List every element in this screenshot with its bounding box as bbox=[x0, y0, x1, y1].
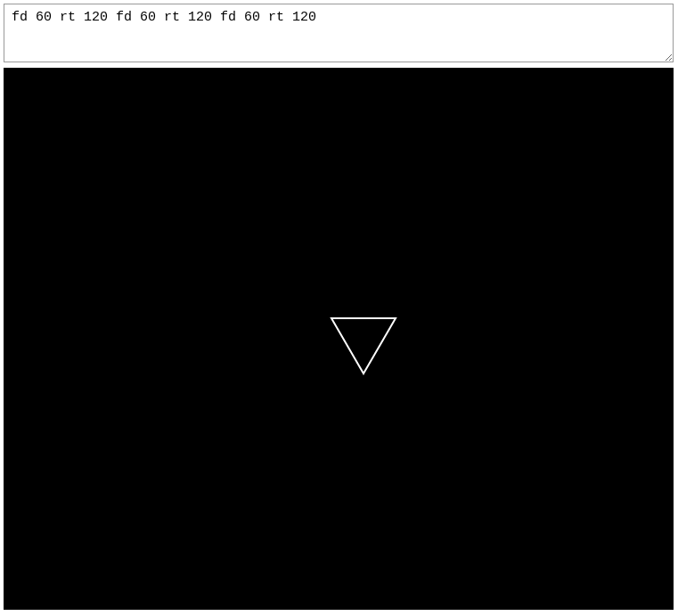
drawn-triangle bbox=[331, 318, 396, 374]
turtle-canvas bbox=[4, 68, 674, 610]
command-input[interactable] bbox=[4, 4, 674, 62]
turtle-drawing bbox=[4, 68, 674, 610]
